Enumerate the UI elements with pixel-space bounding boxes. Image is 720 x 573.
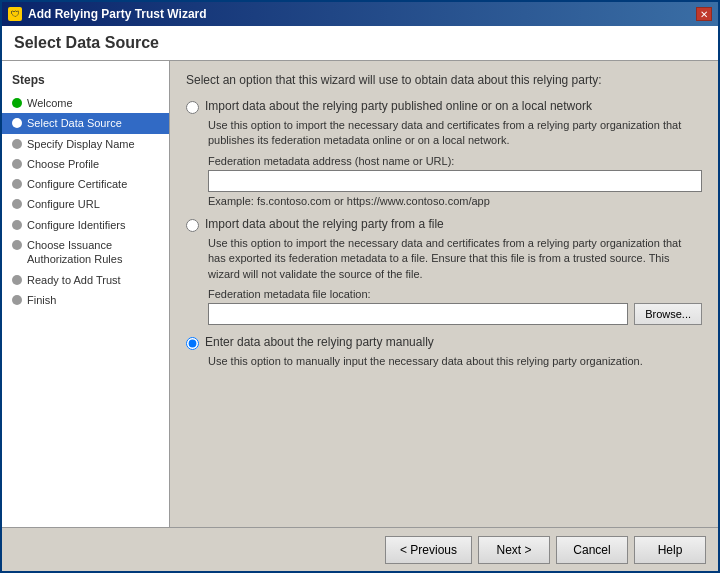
sidebar-title: Steps	[2, 69, 169, 93]
previous-button[interactable]: < Previous	[385, 536, 472, 564]
sidebar-item-select-data-source[interactable]: Select Data Source	[2, 113, 169, 133]
option-desc-1: Use this option to import the necessary …	[208, 118, 702, 149]
option-label-2[interactable]: Import data about the relying party from…	[205, 217, 444, 231]
dot-icon	[12, 220, 22, 230]
browse-button[interactable]: Browse...	[634, 303, 702, 325]
dot-icon	[12, 179, 22, 189]
option-label-1[interactable]: Import data about the relying party publ…	[205, 99, 592, 113]
option-group-2: Import data about the relying party from…	[186, 217, 702, 325]
sidebar-item-choose-issuance[interactable]: Choose Issuance Authorization Rules	[2, 235, 169, 270]
sidebar-item-configure-certificate[interactable]: Configure Certificate	[2, 174, 169, 194]
dot-icon	[12, 139, 22, 149]
sidebar-item-choose-profile[interactable]: Choose Profile	[2, 154, 169, 174]
content-area: Steps Welcome Select Data Source Specify…	[2, 61, 718, 527]
title-bar: 🛡 Add Relying Party Trust Wizard ✕	[2, 2, 718, 26]
field-row-2: Browse...	[208, 303, 702, 325]
radio-row-3: Enter data about the relying party manua…	[186, 335, 702, 350]
wizard-window: 🛡 Add Relying Party Trust Wizard ✕ Selec…	[0, 0, 720, 573]
sidebar-item-configure-url[interactable]: Configure URL	[2, 194, 169, 214]
dot-icon	[12, 240, 22, 250]
radio-option-1[interactable]	[186, 101, 199, 114]
option-label-3[interactable]: Enter data about the relying party manua…	[205, 335, 434, 349]
instruction-text: Select an option that this wizard will u…	[186, 73, 702, 87]
next-button[interactable]: Next >	[478, 536, 550, 564]
main-content: Select an option that this wizard will u…	[170, 61, 718, 527]
option-group-1: Import data about the relying party publ…	[186, 99, 702, 207]
help-button[interactable]: Help	[634, 536, 706, 564]
federation-metadata-file-input[interactable]	[208, 303, 628, 325]
dot-icon	[12, 275, 22, 285]
dot-icon	[12, 295, 22, 305]
cancel-button[interactable]: Cancel	[556, 536, 628, 564]
radio-row-2: Import data about the relying party from…	[186, 217, 702, 232]
dot-icon	[12, 98, 22, 108]
window-icon: 🛡	[8, 7, 22, 21]
dot-icon	[12, 199, 22, 209]
option-desc-2: Use this option to import the necessary …	[208, 236, 702, 282]
dot-icon	[12, 159, 22, 169]
sidebar-item-welcome[interactable]: Welcome	[2, 93, 169, 113]
sidebar-item-ready-to-add[interactable]: Ready to Add Trust	[2, 270, 169, 290]
federation-metadata-address-input[interactable]	[208, 170, 702, 192]
title-bar-left: 🛡 Add Relying Party Trust Wizard	[8, 7, 207, 21]
option-group-3: Enter data about the relying party manua…	[186, 335, 702, 369]
sidebar-item-specify-display-name[interactable]: Specify Display Name	[2, 134, 169, 154]
radio-row-1: Import data about the relying party publ…	[186, 99, 702, 114]
sidebar-item-finish[interactable]: Finish	[2, 290, 169, 310]
radio-option-3[interactable]	[186, 337, 199, 350]
footer: < Previous Next > Cancel Help	[2, 527, 718, 571]
field-label-1: Federation metadata address (host name o…	[208, 155, 702, 167]
field-label-2: Federation metadata file location:	[208, 288, 702, 300]
dot-icon	[12, 118, 22, 128]
title-bar-text: Add Relying Party Trust Wizard	[28, 7, 207, 21]
radio-option-2[interactable]	[186, 219, 199, 232]
page-header: Select Data Source	[2, 26, 718, 61]
sidebar-item-configure-identifiers[interactable]: Configure Identifiers	[2, 215, 169, 235]
close-button[interactable]: ✕	[696, 7, 712, 21]
sidebar: Steps Welcome Select Data Source Specify…	[2, 61, 170, 527]
option-desc-3: Use this option to manually input the ne…	[208, 354, 702, 369]
field-group-1: Federation metadata address (host name o…	[208, 155, 702, 207]
field-group-2: Federation metadata file location: Brows…	[208, 288, 702, 325]
example-text-1: Example: fs.contoso.com or https://www.c…	[208, 195, 702, 207]
